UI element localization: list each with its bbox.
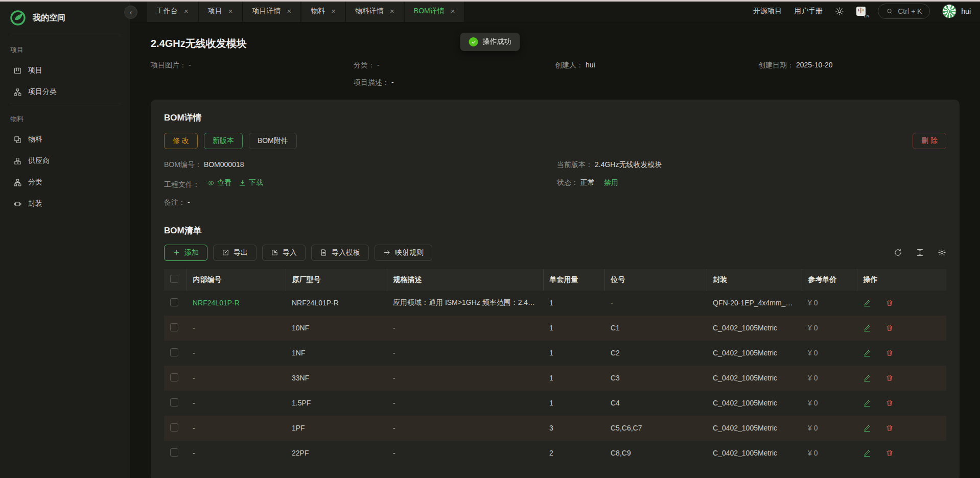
mapping-rules-button[interactable]: 映射规则 [375, 245, 432, 261]
export-icon [222, 249, 229, 256]
cell-designators: C3 [604, 366, 707, 391]
tab-close-icon[interactable]: × [331, 7, 336, 15]
import-button[interactable]: 导入 [262, 245, 306, 261]
table-row: -22PF-2C8,C9C_0402_1005Metric¥ 0 [164, 441, 946, 466]
edit-bom-button[interactable]: 修 改 [164, 133, 198, 149]
bom-detail-heading: BOM详情 [164, 112, 946, 124]
delete-row-trash-icon[interactable] [885, 374, 894, 382]
language-toggle-icon[interactable]: 中En [856, 7, 866, 16]
edit-row-pencil-icon[interactable] [863, 424, 871, 432]
tab[interactable]: 工作台 × [147, 0, 199, 22]
sidebar-item-物料[interactable]: 物料 [0, 129, 130, 150]
sidebar-item-封装[interactable]: 封装 [0, 193, 130, 214]
plus-icon [173, 249, 180, 256]
tab-close-icon[interactable]: × [287, 7, 292, 15]
delete-row-trash-icon[interactable] [885, 449, 894, 457]
top-bar: 工作台 × 项目 × 项目详情 × 物料 × 物料详情 × BOM详情 × 开源… [130, 0, 980, 22]
add-row-button[interactable]: 添加 [164, 245, 207, 261]
cell-actions [857, 316, 946, 341]
export-button[interactable]: 导出 [213, 245, 256, 261]
edit-row-pencil-icon[interactable] [863, 299, 871, 307]
sidebar-collapse-button[interactable]: ‹ [124, 6, 137, 19]
sidebar-item-供应商[interactable]: 供应商 [0, 150, 130, 172]
bom-attachment-button[interactable]: BOM附件 [249, 133, 297, 149]
edit-row-pencil-icon[interactable] [863, 349, 871, 357]
row-checkbox[interactable] [170, 448, 178, 457]
project-image-field: 项目图片：- [151, 61, 354, 70]
download-file-link[interactable]: 下载 [239, 178, 263, 187]
tab[interactable]: 物料详情 × [346, 0, 405, 22]
sidebar: 我的空间 项目项目项目分类物料物料供应商分类封装 [0, 0, 130, 478]
workspace-name: 我的空间 [33, 13, 65, 23]
tab-close-icon[interactable]: × [184, 7, 189, 15]
cell-footprint: C_0402_1005Metric [707, 416, 802, 441]
row-checkbox[interactable] [170, 373, 178, 381]
delete-row-trash-icon[interactable] [885, 324, 894, 332]
edit-row-pencil-icon[interactable] [863, 399, 871, 407]
tab[interactable]: 项目详情 × [243, 0, 302, 22]
row-checkbox[interactable] [170, 298, 178, 306]
cell-price: ¥ 0 [802, 366, 857, 391]
cell-internal-no[interactable]: NRF24L01P-R [186, 291, 286, 316]
cell-internal-no: - [186, 341, 286, 366]
disable-link[interactable]: 禁用 [604, 178, 618, 186]
tab-close-icon[interactable]: × [390, 7, 394, 15]
tab[interactable]: BOM详情 × [405, 0, 465, 22]
sidebar-item-项目[interactable]: 项目 [0, 60, 130, 81]
search-shortcut-label: Ctrl + K [898, 7, 922, 15]
row-checkbox[interactable] [170, 398, 178, 407]
delete-row-trash-icon[interactable] [885, 349, 894, 357]
project-created-date-field: 创建日期：2025-10-20 [758, 61, 960, 70]
import-template-button[interactable]: 导入模板 [311, 245, 369, 261]
tab-label: 物料 [311, 7, 325, 16]
table-header: 内部编号原厂型号规格描述单套用量位号封装参考单价操作 [164, 269, 946, 291]
refresh-icon[interactable] [894, 248, 902, 257]
new-version-button[interactable]: 新版本 [204, 133, 243, 149]
delete-row-trash-icon[interactable] [885, 399, 894, 407]
open-source-link[interactable]: 开源项目 [753, 7, 782, 16]
current-version-field: 当前版本：2.4GHz无线收发模块 [557, 160, 946, 170]
page-content: 2.4GHz无线收发模块 项目图片：- 分类：- 创建人：hui 创建日期：20… [130, 22, 980, 478]
tab-close-icon[interactable]: × [228, 7, 233, 15]
sidebar-item-分类[interactable]: 分类 [0, 172, 130, 193]
delete-row-trash-icon[interactable] [885, 424, 894, 432]
user-manual-link[interactable]: 用户手册 [794, 7, 823, 16]
engineering-file-field: 工程文件： 查看 下载 [164, 178, 557, 189]
row-height-icon[interactable] [916, 248, 924, 257]
cell-mpn: NRF24L01P-R [286, 291, 387, 316]
row-select-cell [164, 341, 186, 366]
row-checkbox[interactable] [170, 323, 178, 331]
sidebar-item-label: 项目分类 [28, 87, 57, 97]
theme-toggle-sun-icon[interactable] [835, 7, 844, 16]
tab-label: 项目详情 [252, 7, 281, 16]
cell-qty: 3 [543, 416, 604, 441]
delete-row-trash-icon[interactable] [885, 299, 894, 307]
edit-row-pencil-icon[interactable] [863, 324, 871, 332]
workspace-header[interactable]: 我的空间 [0, 6, 130, 34]
global-search-button[interactable]: Ctrl + K [878, 4, 930, 19]
view-file-link[interactable]: 查看 [207, 178, 231, 187]
delete-bom-button[interactable]: 删 除 [913, 133, 946, 149]
edit-row-pencil-icon[interactable] [863, 449, 871, 457]
tab-close-icon[interactable]: × [451, 7, 455, 15]
tab[interactable]: 物料 × [301, 0, 346, 22]
column-settings-gear-icon[interactable] [938, 248, 946, 257]
cell-qty: 1 [543, 291, 604, 316]
row-checkbox[interactable] [170, 423, 178, 432]
column-header: 封装 [707, 269, 802, 291]
table-row: NRF24L01P-RNRF24L01P-R应用领域：通用 ISM>1GHz 频… [164, 291, 946, 316]
download-icon [239, 179, 246, 187]
cell-internal-no: - [186, 391, 286, 416]
cell-price: ¥ 0 [802, 391, 857, 416]
row-checkbox[interactable] [170, 348, 178, 356]
tab[interactable]: 项目 × [199, 0, 243, 22]
user-menu[interactable]: hui [942, 4, 971, 18]
tab-label: 工作台 [156, 7, 178, 16]
edit-row-pencil-icon[interactable] [863, 374, 871, 382]
select-all-checkbox[interactable] [170, 275, 178, 283]
sidebar-item-项目分类[interactable]: 项目分类 [0, 81, 130, 103]
sidebar-item-label: 分类 [28, 178, 42, 187]
tab-label: 物料详情 [355, 7, 384, 16]
chevron-left-icon: ‹ [130, 8, 132, 16]
bom-list-toolbar: 添加 导出 导入 导入模板 [164, 245, 946, 261]
